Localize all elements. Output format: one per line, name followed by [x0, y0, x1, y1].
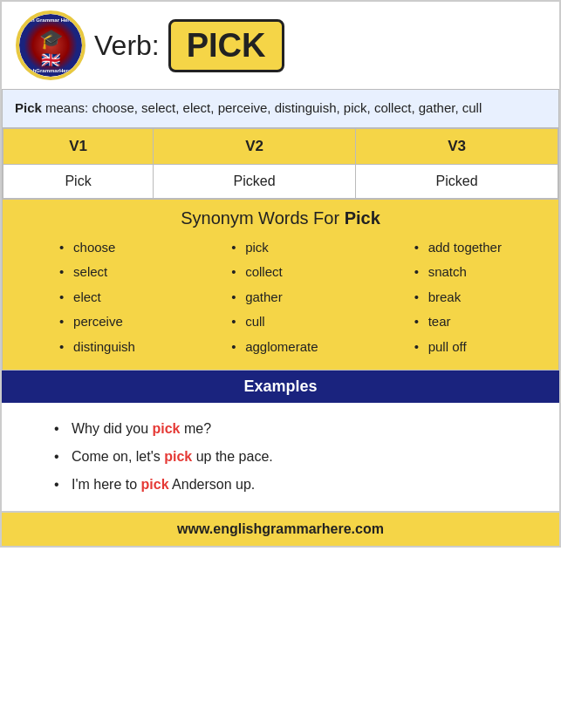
means-text: means: choose, select, elect, perceive, … — [42, 100, 482, 115]
example-3-before: I'm here to — [72, 477, 141, 492]
example-2-after: up the pace. — [192, 449, 273, 464]
verb-label: Verb: — [94, 30, 160, 62]
table-header-v3: V3 — [356, 128, 558, 164]
list-item: collect — [231, 260, 318, 285]
synonym-columns: choose select elect perceive distinguish… — [3, 235, 558, 360]
table-header-v2: V2 — [154, 128, 356, 164]
example-3-after: Anderson up. — [169, 477, 256, 492]
logo-flag-icon: 🇬🇧 — [41, 51, 60, 70]
list-item: pick — [231, 235, 318, 261]
examples-section: Why did you pick me? Come on, let's pick… — [2, 403, 559, 511]
logo-text-top: English Grammar Here.Com — [19, 17, 82, 23]
list-item: elect — [59, 285, 135, 310]
verb-word-box: PICK — [168, 19, 284, 72]
list-item: select — [59, 260, 135, 285]
examples-list: Why did you pick me? Come on, let's pick… — [54, 415, 524, 499]
example-2-highlight: pick — [164, 449, 192, 464]
example-1-before: Why did you — [72, 421, 152, 436]
example-3-highlight: pick — [141, 477, 169, 492]
list-item: snatch — [414, 260, 502, 285]
list-item: break — [414, 285, 502, 310]
synonym-col-1: choose select elect perceive distinguish — [59, 235, 135, 360]
list-item: cull — [231, 310, 318, 335]
table-cell-v3: Picked — [356, 164, 558, 198]
means-section: Pick means: choose, select, elect, perce… — [2, 89, 559, 128]
means-bold-word: Pick — [15, 100, 42, 115]
main-container: English Grammar Here.Com 🎓 🇬🇧 EnglishGra… — [0, 0, 561, 548]
verb-table: V1 V2 V3 Pick Picked Picked — [3, 128, 558, 199]
header-title-area: Verb: PICK — [94, 19, 284, 72]
synonym-section: Synonym Words For Pick choose select ele… — [2, 200, 559, 371]
list-item: perceive — [59, 310, 135, 335]
list-item: pull off — [414, 335, 502, 360]
synonym-title-normal: Synonym Words For — [181, 208, 344, 228]
synonym-col-3: add together snatch break tear pull off — [414, 235, 502, 360]
footer-text: www.englishgrammarhere.com — [177, 521, 384, 536]
header: English Grammar Here.Com 🎓 🇬🇧 EnglishGra… — [2, 2, 559, 89]
list-item: agglomerate — [231, 335, 318, 360]
table-cell-v2: Picked — [154, 164, 356, 198]
synonym-col-2: pick collect gather cull agglomerate — [231, 235, 318, 360]
list-item: tear — [414, 310, 502, 335]
logo-text-bottom: EnglishGrammarHere.Com — [19, 68, 82, 73]
logo-inner: English Grammar Here.Com 🎓 🇬🇧 EnglishGra… — [19, 14, 82, 77]
synonym-title: Synonym Words For Pick — [3, 200, 558, 235]
table-section: V1 V2 V3 Pick Picked Picked — [2, 128, 559, 200]
example-item-2: Come on, let's pick up the pace. — [54, 443, 524, 471]
example-1-after: me? — [181, 421, 212, 436]
list-item: gather — [231, 285, 318, 310]
verb-word: PICK — [187, 27, 266, 64]
logo: English Grammar Here.Com 🎓 🇬🇧 EnglishGra… — [16, 10, 86, 80]
example-item-3: I'm here to pick Anderson up. — [54, 471, 524, 499]
list-item: add together — [414, 235, 502, 261]
examples-title-bar: Examples — [2, 371, 559, 403]
examples-title: Examples — [243, 378, 317, 395]
table-header-v1: V1 — [3, 128, 154, 164]
list-item: distinguish — [59, 335, 135, 360]
logo-hat-icon: 🎓 — [39, 28, 63, 51]
example-1-highlight: pick — [152, 421, 180, 436]
example-item-1: Why did you pick me? — [54, 415, 524, 443]
list-item: choose — [59, 235, 135, 261]
synonym-title-bold: Pick — [345, 208, 380, 228]
footer: www.englishgrammarhere.com — [2, 511, 559, 546]
table-cell-v1: Pick — [3, 164, 154, 198]
example-2-before: Come on, let's — [72, 449, 164, 464]
